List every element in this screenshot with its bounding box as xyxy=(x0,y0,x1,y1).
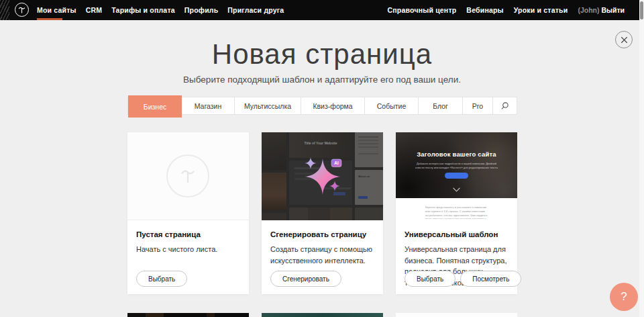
scrollbar-track[interactable] xyxy=(639,0,644,317)
generate-button[interactable]: Сгенерировать xyxy=(270,271,341,287)
card-description: Начать с чистого листа. xyxy=(136,244,240,255)
topbar: Мои сайты CRM Тарифы и оплата Профиль Пр… xyxy=(0,0,639,20)
nav-invite-friend[interactable]: Пригласи друга xyxy=(227,6,284,14)
page-title: Новая страница xyxy=(0,38,644,71)
ai-badge-label: AI xyxy=(334,161,339,165)
tilda-t-glyph-gray xyxy=(176,165,199,187)
nav-pricing[interactable]: Тарифы и оплата xyxy=(111,6,175,14)
card-ai-generate[interactable]: Title of Your Website About us xyxy=(262,132,383,294)
chevron-down-icon xyxy=(453,187,460,192)
nav-active-underline xyxy=(37,18,62,20)
tab-blog[interactable]: Блог xyxy=(419,97,463,114)
tilda-watermark-icon xyxy=(166,154,209,197)
topbar-texture xyxy=(0,0,9,20)
hero-subtitle: Добавьте интересные подробности о вашей … xyxy=(415,162,498,171)
template-preview: Заголовок вашего сайта Добавьте интересн… xyxy=(396,132,517,220)
hero-cta-button xyxy=(445,173,468,179)
tilda-t-glyph xyxy=(17,5,27,15)
tab-pro[interactable]: Pro xyxy=(463,97,493,114)
hero-title: Заголовок вашего сайта xyxy=(396,150,517,158)
card-description: Создать страницу с помощью искусственног… xyxy=(270,244,374,266)
page-subtitle: Выберите подходящий шаблон и адаптируйте… xyxy=(0,75,644,85)
tab-multilink[interactable]: Мультиссылка xyxy=(235,97,301,114)
card-title: Пустая страница xyxy=(136,230,240,238)
tab-store[interactable]: Магазин xyxy=(182,97,235,114)
choose-template-button[interactable]: Выбрать xyxy=(405,271,455,287)
next-row-card-preview[interactable] xyxy=(262,313,383,317)
nav-profile[interactable]: Профиль xyxy=(184,6,219,14)
next-row-card-preview[interactable] xyxy=(396,313,517,317)
scrollbar-thumb[interactable] xyxy=(640,1,643,19)
next-row-card-preview[interactable] xyxy=(127,313,249,317)
tab-search[interactable] xyxy=(493,97,517,114)
nav-webinars[interactable]: Вебинары xyxy=(466,6,503,14)
template-category-tabs: Бизнес Магазин Мультиссылка Квиз-форма С… xyxy=(127,97,517,115)
template-body-text: Коротко представьтесь и расскажите о ком… xyxy=(425,206,488,219)
search-icon xyxy=(500,101,509,110)
template-hero-image: Заголовок вашего сайта Добавьте интересн… xyxy=(396,132,517,198)
blank-page-preview xyxy=(127,132,249,220)
tilda-logo-icon[interactable] xyxy=(15,3,29,17)
logout-link[interactable]: Выйти xyxy=(601,6,625,14)
card-blank-page[interactable]: Пустая страница Начать с чистого листа. … xyxy=(127,132,249,294)
topbar-nav-left: Мои сайты CRM Тарифы и оплата Профиль Пр… xyxy=(37,0,284,20)
ai-sparkle-icon: AI xyxy=(262,132,383,220)
tab-event[interactable]: Событие xyxy=(365,97,419,114)
topbar-nav-right: Справочный центр Вебинары Уроки и статьи… xyxy=(388,0,625,20)
user-name: (John) xyxy=(578,6,599,14)
ai-preview: Title of Your Website About us xyxy=(262,132,383,220)
tab-business[interactable]: Бизнес xyxy=(128,95,182,118)
card-universal-template[interactable]: Заголовок вашего сайта Добавьте интересн… xyxy=(396,132,517,294)
tab-quiz-form[interactable]: Квиз-форма xyxy=(301,97,365,114)
card-title: Универсальный шаблон xyxy=(405,230,508,238)
template-body-section: Коротко представьтесь и расскажите о ком… xyxy=(396,198,517,220)
choose-blank-button[interactable]: Выбрать xyxy=(136,271,187,287)
nav-help-center[interactable]: Справочный центр xyxy=(388,6,457,14)
nav-my-sites[interactable]: Мои сайты xyxy=(37,6,76,14)
help-button[interactable]: ? xyxy=(610,283,638,311)
nav-lessons[interactable]: Уроки и статьи xyxy=(514,6,568,14)
nav-crm[interactable]: CRM xyxy=(86,6,103,14)
help-button-label: ? xyxy=(621,290,627,304)
view-template-button[interactable]: Посмотреть xyxy=(460,271,521,287)
card-title: Сгенерировать страницу xyxy=(270,230,374,238)
user-logout[interactable]: (John) Выйти xyxy=(578,6,625,14)
